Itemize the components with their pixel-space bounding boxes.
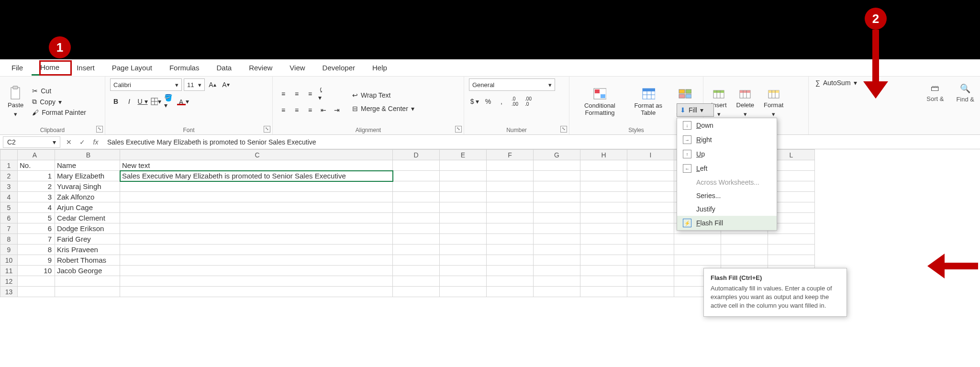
cell-B7[interactable]: Dodge Erikson: [55, 223, 120, 234]
font-dialog-launcher[interactable]: ⤡: [264, 126, 270, 133]
cancel-formula-button[interactable]: ✕: [62, 136, 76, 148]
bold-button[interactable]: B: [110, 96, 122, 107]
cell-B1[interactable]: Name: [55, 160, 120, 171]
cell-A10[interactable]: 9: [18, 255, 55, 266]
fill-right-item[interactable]: → Right: [677, 133, 777, 147]
cell-A5[interactable]: 4: [18, 202, 55, 213]
cell-B4[interactable]: Zak Alfonzo: [55, 192, 120, 202]
cell-A8[interactable]: 7: [18, 234, 55, 245]
align-top-button[interactable]: ≡: [278, 88, 289, 100]
cell-C6[interactable]: [120, 213, 393, 223]
cell-C9[interactable]: [120, 245, 393, 255]
row-header-2[interactable]: 2: [0, 171, 18, 181]
format-painter-button[interactable]: 🖌 Format Painter: [30, 108, 88, 117]
row-header-6[interactable]: 6: [0, 213, 18, 223]
cell-H1[interactable]: [580, 160, 627, 171]
find-select-button[interactable]: 🔍 Find &: [953, 82, 977, 104]
row-header-12[interactable]: 12: [0, 276, 18, 287]
cut-button[interactable]: ✂ Cut: [30, 87, 88, 95]
decrease-decimal-button[interactable]: .00.0: [523, 96, 534, 107]
decrease-indent-button[interactable]: ⇤: [318, 104, 329, 116]
col-header-B[interactable]: B: [55, 150, 120, 160]
tab-formulas[interactable]: Formulas: [161, 61, 208, 75]
tab-insert[interactable]: Insert: [68, 61, 103, 75]
paste-button[interactable]: Paste ▾: [5, 85, 26, 119]
increase-decimal-button[interactable]: .0.00: [509, 96, 521, 107]
cell-C5[interactable]: [120, 202, 393, 213]
row-header-4[interactable]: 4: [0, 192, 18, 202]
tab-help[interactable]: Help: [364, 61, 396, 75]
tab-data[interactable]: Data: [208, 61, 240, 75]
cell-B5[interactable]: Arjun Cage: [55, 202, 120, 213]
cell-A7[interactable]: 6: [18, 223, 55, 234]
cell-B6[interactable]: Cedar Clement: [55, 213, 120, 223]
underline-button[interactable]: U ▾: [137, 96, 148, 107]
conditional-formatting-button[interactable]: Conditional Formatting: [574, 86, 625, 117]
orientation-button[interactable]: ⤹ ▾: [318, 88, 329, 100]
cell-G1[interactable]: [534, 160, 580, 171]
font-name-select[interactable]: Calibri ▾: [110, 78, 182, 91]
cell-C3[interactable]: [120, 181, 393, 192]
row-header-1[interactable]: 1: [0, 160, 18, 171]
tab-page-layout[interactable]: Page Layout: [103, 61, 161, 75]
row-header-8[interactable]: 8: [0, 234, 18, 245]
cell-A4[interactable]: 3: [18, 192, 55, 202]
tab-review[interactable]: Review: [240, 61, 281, 75]
cell-A1[interactable]: No.: [18, 160, 55, 171]
col-header-I[interactable]: I: [627, 150, 674, 160]
cell-C7[interactable]: [120, 223, 393, 234]
borders-button[interactable]: ▾: [150, 96, 162, 107]
cell-D1[interactable]: [393, 160, 440, 171]
increase-font-button[interactable]: A▴: [207, 79, 218, 90]
cell-B11[interactable]: Jacob George: [55, 266, 120, 276]
fill-series-item[interactable]: Series...: [677, 189, 777, 202]
cell-C8[interactable]: [120, 234, 393, 245]
cell-B9[interactable]: Kris Praveen: [55, 245, 120, 255]
cell-E1[interactable]: [440, 160, 487, 171]
cell-B2[interactable]: Mary Elizabeth: [55, 171, 120, 181]
fill-color-button[interactable]: 🪣 ▾: [164, 96, 175, 107]
col-header-G[interactable]: G: [534, 150, 580, 160]
increase-indent-button[interactable]: ⇥: [331, 104, 343, 116]
col-header-C[interactable]: C: [120, 150, 393, 160]
cell-C11[interactable]: [120, 266, 393, 276]
col-header-D[interactable]: D: [393, 150, 440, 160]
cell-I2[interactable]: [627, 171, 674, 181]
align-middle-button[interactable]: ≡: [291, 88, 302, 100]
cell-C10[interactable]: [120, 255, 393, 266]
cell-A9[interactable]: 8: [18, 245, 55, 255]
cell-F2[interactable]: [487, 171, 534, 181]
delete-cells-button[interactable]: Delete▾: [734, 85, 757, 119]
insert-function-button[interactable]: fx: [89, 136, 102, 148]
cell-C2[interactable]: Sales Executive Mary Elizabeth is promot…: [120, 171, 393, 181]
row-header-3[interactable]: 3: [0, 181, 18, 192]
cell-A11[interactable]: 10: [18, 266, 55, 276]
alignment-dialog-launcher[interactable]: ⤡: [455, 126, 462, 133]
row-header-5[interactable]: 5: [0, 202, 18, 213]
cell-B8[interactable]: Farid Grey: [55, 234, 120, 245]
format-as-table-button[interactable]: Format as Table: [629, 86, 667, 117]
percent-button[interactable]: %: [482, 96, 494, 107]
cell-I1[interactable]: [627, 160, 674, 171]
fill-left-item[interactable]: ← Left: [677, 161, 777, 176]
formula-input[interactable]: Sales Executive Mary Elizabeth is promot…: [102, 138, 980, 146]
cell-D2[interactable]: [393, 171, 440, 181]
row-header-10[interactable]: 10: [0, 255, 18, 266]
autosum-button[interactable]: ∑ AutoSum ▾: [813, 78, 859, 87]
tab-file[interactable]: File: [3, 61, 32, 75]
sort-filter-button[interactable]: 🗃 Sort &: [924, 82, 947, 103]
cell-A2[interactable]: 1: [18, 171, 55, 181]
fill-justify-item[interactable]: Justify: [677, 202, 777, 216]
number-dialog-launcher[interactable]: ⤡: [560, 126, 567, 133]
merge-center-button[interactable]: ⊟ Merge & Center ▾: [350, 104, 416, 113]
cell-C4[interactable]: [120, 192, 393, 202]
cell-A3[interactable]: 2: [18, 181, 55, 192]
align-right-button[interactable]: ≡: [304, 104, 316, 116]
tab-view[interactable]: View: [281, 61, 313, 75]
font-color-button[interactable]: A ▾: [177, 96, 189, 107]
col-header-E[interactable]: E: [440, 150, 487, 160]
wrap-text-button[interactable]: ↩ Wrap Text: [350, 91, 416, 100]
select-all-corner[interactable]: [0, 150, 18, 160]
col-header-A[interactable]: A: [18, 150, 55, 160]
cell-C1[interactable]: New text: [120, 160, 393, 171]
